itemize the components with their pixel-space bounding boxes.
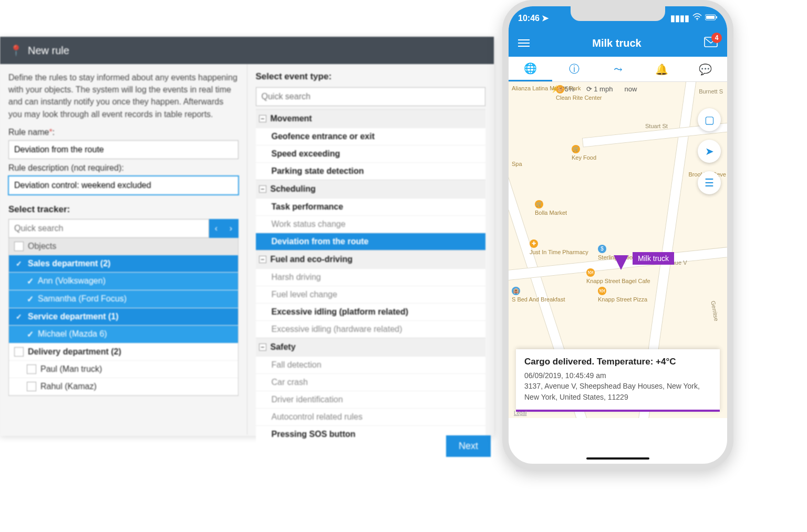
- event-type-item[interactable]: Fuel level change: [256, 286, 486, 303]
- tracker-group-label: Sales department (2): [28, 259, 110, 268]
- time-indicator: now: [624, 85, 637, 93]
- event-type-item[interactable]: Autocontrol related rules: [256, 408, 486, 425]
- event-type-item[interactable]: Car crash: [256, 373, 486, 391]
- mail-badge: 4: [711, 33, 722, 43]
- rule-desc-input[interactable]: [8, 176, 239, 195]
- event-datetime: 06/09/2019, 10:45:49 am: [524, 370, 711, 381]
- tracker-group[interactable]: ✓Service department (1): [9, 308, 238, 326]
- tracker-group-label: Service department (1): [28, 312, 119, 321]
- vehicle-pin-icon: [614, 255, 628, 270]
- bell-icon: 🔔: [655, 63, 668, 76]
- event-type-item[interactable]: Geofence entrance or exit: [256, 128, 486, 145]
- map-poi: 🍽Knapp Street Bagel Cafe: [586, 268, 650, 284]
- event-type-item[interactable]: Excessive idling (platform related): [256, 303, 486, 320]
- tracker-header[interactable]: Objects: [9, 238, 238, 255]
- event-type-item[interactable]: Task performance: [256, 198, 486, 215]
- next-button[interactable]: Next: [446, 435, 491, 457]
- locate-button[interactable]: ➤: [698, 140, 721, 163]
- new-rule-dialog: 📍 New rule Define the rules to stay info…: [0, 37, 494, 436]
- layers-icon: ☰: [705, 176, 714, 189]
- tab-info[interactable]: ⓘ: [552, 57, 596, 81]
- tab-chat[interactable]: 💬: [684, 57, 727, 81]
- navigate-icon: ➤: [705, 145, 714, 158]
- event-type-item[interactable]: Fall detection: [256, 356, 486, 373]
- select-tracker-label: Select tracker:: [8, 204, 239, 215]
- phone-notch: [571, 6, 665, 21]
- map-poi: Spa: [512, 161, 522, 167]
- tracker-item[interactable]: ✓ Michael (Mazda 6): [9, 326, 238, 343]
- event-group-header[interactable]: −Movement: [256, 109, 486, 128]
- event-group-header[interactable]: −Safety: [256, 338, 486, 356]
- vehicle-marker[interactable]: Milk truck: [614, 255, 628, 270]
- event-address: 3137, Avenue V, Sheepshead Bay Houses, N…: [524, 381, 711, 402]
- event-card[interactable]: Cargo delivered. Temperature: +4°C 06/09…: [516, 349, 720, 412]
- checkbox-icon: [14, 347, 24, 357]
- layers-button[interactable]: ☰: [698, 171, 721, 194]
- menu-icon[interactable]: [518, 39, 530, 47]
- event-type-label: Select event type:: [256, 71, 486, 82]
- tracker-group-label: Delivery department (2): [28, 347, 121, 357]
- tracker-next-button[interactable]: ›: [224, 219, 239, 238]
- tracker-group[interactable]: ✓Sales department (2): [9, 255, 238, 273]
- map-legal-link[interactable]: Legal: [514, 410, 526, 416]
- dialog-title: New rule: [28, 45, 69, 57]
- map-poi: 🏨S Bed And Breakfast: [512, 287, 565, 302]
- mail-button[interactable]: 4: [704, 37, 718, 49]
- required-marker: *: [49, 128, 52, 137]
- tracker-list: Objects✓Sales department (2)✓ Ann (Volks…: [8, 238, 239, 396]
- event-search-input[interactable]: [256, 87, 486, 106]
- location-arrow-icon: ➤: [542, 14, 549, 23]
- map-poi: 🧺Clean Rite Center: [556, 85, 602, 101]
- event-group-label: Fuel and eco-driving: [271, 255, 353, 264]
- tracker-item-label: Samantha (Ford Focus): [38, 294, 127, 304]
- tracker-item[interactable]: Paul (Man truck): [9, 361, 238, 378]
- tab-route[interactable]: ⤳: [596, 57, 639, 81]
- event-group-header[interactable]: −Scheduling: [256, 180, 486, 198]
- collapse-icon: −: [259, 343, 266, 351]
- event-type-item[interactable]: Work status change: [256, 215, 486, 233]
- globe-icon: 🌐: [524, 62, 537, 75]
- app-header: Milk truck 4: [509, 29, 727, 57]
- check-icon: ✓: [27, 294, 34, 304]
- street-label: Stuart St: [645, 123, 668, 129]
- event-type-item[interactable]: Driver identification: [256, 391, 486, 408]
- event-type-list: −MovementGeofence entrance or exitSpeed …: [256, 109, 486, 443]
- status-time: 10:46 ➤: [518, 13, 549, 23]
- fit-bounds-button[interactable]: ▢: [698, 108, 721, 131]
- event-type-item[interactable]: Harsh driving: [256, 268, 486, 286]
- dialog-header: 📍 New rule: [0, 37, 494, 64]
- event-type-item[interactable]: Deviation from the route: [256, 233, 486, 250]
- checkbox-icon: [27, 364, 36, 374]
- event-type-item[interactable]: Speed exceeding: [256, 145, 486, 162]
- phone-mockup: 10:46 ➤ ▮▮▮▮ Milk truck 4 🌐 ⓘ ⤳ 🔔 💬: [502, 0, 733, 470]
- checkbox-icon: ✓: [14, 312, 24, 321]
- event-type-item[interactable]: Excessive idling (hardware related): [256, 320, 486, 338]
- event-group-label: Scheduling: [271, 184, 316, 194]
- tracker-group[interactable]: Delivery department (2): [9, 343, 238, 361]
- info-icon: ⓘ: [569, 62, 580, 76]
- battery-icon: [705, 13, 718, 23]
- pin-icon: 📍: [9, 44, 23, 57]
- tracker-search-input[interactable]: [8, 219, 209, 238]
- tab-map[interactable]: 🌐: [509, 57, 552, 81]
- event-group-header[interactable]: −Fuel and eco-driving: [256, 250, 486, 268]
- street-label: Gerritse: [710, 300, 720, 322]
- map[interactable]: ⚡ 75% ⟳ 1 mph now Alianza Latina Marine …: [509, 82, 727, 418]
- rule-name-label: Rule name*:: [8, 128, 239, 137]
- event-type-item[interactable]: Parking state detection: [256, 162, 486, 180]
- rule-name-input[interactable]: [8, 140, 239, 159]
- home-indicator[interactable]: [586, 457, 649, 460]
- tracker-prev-button[interactable]: ‹: [209, 219, 224, 238]
- collapse-icon: −: [259, 256, 266, 263]
- tab-alerts[interactable]: 🔔: [640, 57, 684, 81]
- tracker-item-label: Ann (Volkswagen): [38, 276, 106, 286]
- tracker-item-label: Rahul (Kamaz): [40, 382, 97, 391]
- tracker-item[interactable]: ✓ Ann (Volkswagen): [9, 273, 238, 290]
- tracker-header-label: Objects: [28, 242, 56, 251]
- tracker-item[interactable]: ✓ Samantha (Ford Focus): [9, 290, 238, 308]
- tracker-item[interactable]: Rahul (Kamaz): [9, 378, 238, 395]
- rule-desc-label: Rule description (not required):: [8, 163, 239, 173]
- street-label: Burnett S: [699, 88, 723, 95]
- checkbox-icon: ✓: [14, 259, 24, 268]
- checkbox-icon: [27, 382, 36, 391]
